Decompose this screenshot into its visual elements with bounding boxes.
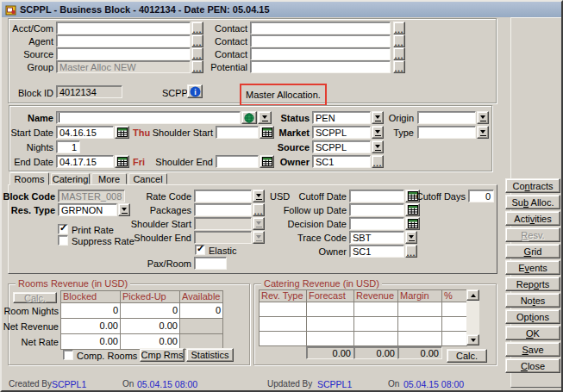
decision-date-calendar-button[interactable] <box>405 217 420 230</box>
net-revenue-blocked-cell[interactable]: 0.00 <box>60 318 121 334</box>
print-rate-checkbox[interactable] <box>58 224 68 234</box>
room-nights-blocked-cell[interactable]: 0 <box>60 302 121 319</box>
room-nights-pickedup-cell[interactable]: 0 <box>120 302 180 319</box>
scroll-down-button[interactable] <box>466 334 479 345</box>
shoulder-end-input[interactable] <box>216 155 259 168</box>
rate-code-dropdown-button[interactable] <box>253 190 265 202</box>
group-input[interactable]: Master Alloc NEW <box>56 60 191 73</box>
origin-select[interactable] <box>417 111 476 124</box>
info-button[interactable]: i <box>187 84 203 98</box>
rate-code-select[interactable] <box>194 190 252 202</box>
decision-date-input[interactable] <box>349 217 404 230</box>
shoulder-start-input[interactable] <box>216 126 259 139</box>
source-input[interactable] <box>56 47 191 60</box>
net-rate-blocked-cell[interactable]: 0.00 <box>60 333 121 350</box>
sidebar-button-contracts[interactable]: Contracts <box>505 178 560 193</box>
globe-icon <box>244 113 254 123</box>
tab-catering[interactable]: Catering <box>51 173 90 184</box>
name-input[interactable] <box>56 111 241 124</box>
res-type-select[interactable]: GRPNON <box>58 203 117 216</box>
tab-rooms[interactable]: Rooms <box>9 172 49 185</box>
sidebar-button-options[interactable]: Options <box>505 309 560 324</box>
suppress-rate-checkbox[interactable] <box>58 235 68 246</box>
sidebar-button-column: ContractsSub Alloc.ActivitiesResv.GridEv… <box>505 178 560 373</box>
market-select[interactable]: SCPPL <box>312 126 371 139</box>
margin-total-field: 0.00 <box>397 346 442 359</box>
source-select[interactable]: SCPPL <box>312 140 371 153</box>
column-header-margin: Margin <box>397 289 442 302</box>
sidebar-button-activities[interactable]: Activities <box>505 211 560 226</box>
nights-input[interactable]: 1 <box>56 140 80 153</box>
origin-dropdown-button[interactable] <box>477 111 489 124</box>
contact-1-browse-button[interactable]: ... <box>393 22 405 34</box>
room-nights-available-cell[interactable]: 0 <box>179 302 223 319</box>
cmp-rms-button[interactable]: Cmp Rms <box>140 348 185 362</box>
tab-owner-field[interactable]: SC1 <box>349 245 404 258</box>
type-dropdown-button[interactable] <box>477 126 489 139</box>
sidebar-button-reports[interactable]: Reports <box>505 277 560 291</box>
follow-up-calendar-button[interactable] <box>405 203 420 216</box>
sidebar-button-notes[interactable]: Notes <box>505 293 560 308</box>
trace-code-label: Trace Code <box>278 232 347 244</box>
cutoff-days-input[interactable]: 0 <box>468 190 494 202</box>
scroll-up-icon <box>471 294 476 297</box>
sidebar-button-ok[interactable]: OK <box>505 326 560 340</box>
owner-browse-button[interactable]: ... <box>372 155 384 168</box>
follow-up-date-input[interactable] <box>349 203 404 216</box>
rooms-revenue-title: Rooms Revenue (in USD) <box>16 278 130 289</box>
tab-more[interactable]: More <box>91 173 127 184</box>
name-label: Name <box>2 112 53 124</box>
contact-2-browse-button[interactable]: ... <box>393 34 405 47</box>
cutoff-date-input[interactable] <box>349 190 404 202</box>
acct-com-label: Acct/Com <box>2 22 53 34</box>
dropdown-arrow-icon <box>255 193 263 200</box>
agent-input[interactable] <box>56 34 191 47</box>
tab-owner-browse-button[interactable]: ... <box>405 245 417 258</box>
trace-code-dropdown-button[interactable] <box>405 231 417 244</box>
end-date-calendar-button[interactable] <box>115 155 129 168</box>
rate-shoulder-start-dropdown-button <box>253 217 265 230</box>
catering-scrollbar <box>466 289 479 345</box>
sidebar-button-save[interactable]: Save <box>505 342 560 357</box>
contact-1-input[interactable] <box>250 22 391 34</box>
elastic-checkbox[interactable] <box>195 245 205 255</box>
rate-code-label: Rate Code <box>122 190 191 202</box>
acct-com-input[interactable] <box>56 22 191 34</box>
owner-label: Owner <box>260 156 310 168</box>
start-date-calendar-button[interactable] <box>115 126 129 139</box>
sidebar-button-grid[interactable]: Grid <box>505 244 560 258</box>
scroll-up-button[interactable] <box>466 289 479 301</box>
packages-browse-button[interactable]: ... <box>253 203 265 216</box>
start-date-input[interactable]: 04.16.15 <box>56 126 114 139</box>
contact-3-input[interactable] <box>250 47 391 60</box>
catering-calc-button[interactable]: Calc. <box>447 349 487 363</box>
contact-2-label: Contact <box>196 35 247 47</box>
column-header-revenue: Revenue <box>353 289 398 302</box>
sidebar-button-events[interactable]: Events <box>505 260 560 275</box>
name-search-button[interactable] <box>241 111 257 124</box>
source-dropdown-button[interactable] <box>372 140 384 153</box>
type-select[interactable] <box>417 126 476 139</box>
contact-2-input[interactable] <box>250 34 391 47</box>
sidebar-button-sub-alloc[interactable]: Sub Alloc. <box>505 195 560 209</box>
packages-input[interactable] <box>194 203 252 216</box>
net-revenue-pickedup-cell[interactable]: 0.00 <box>120 318 180 334</box>
block-id-label: Block ID <box>2 87 53 99</box>
potential-input[interactable] <box>250 60 391 73</box>
end-date-input[interactable]: 04.17.15 <box>56 155 114 168</box>
owner-field[interactable]: SC1 <box>312 155 371 168</box>
catering-revenue-title: Catering Revenue (in USD) <box>261 278 382 289</box>
statistics-button[interactable]: Statistics <box>186 348 234 362</box>
pax-room-input[interactable] <box>194 257 227 270</box>
updated-by-label: Updated By <box>267 379 312 389</box>
comp-rooms-checkbox[interactable] <box>63 350 73 360</box>
sidebar-button-close[interactable]: Close <box>505 358 560 373</box>
tab-cancel[interactable]: Cancel <box>128 173 167 184</box>
potential-browse-button[interactable]: ... <box>393 60 405 73</box>
contact-3-browse-button[interactable]: ... <box>393 47 405 60</box>
contact-3-label: Contact <box>196 48 247 60</box>
follow-up-date-label: Follow up Date <box>278 204 347 216</box>
status-select[interactable]: PEN <box>312 111 371 124</box>
res-type-label: Res. Type <box>2 204 55 216</box>
trace-code-select[interactable]: SBT <box>349 231 404 244</box>
